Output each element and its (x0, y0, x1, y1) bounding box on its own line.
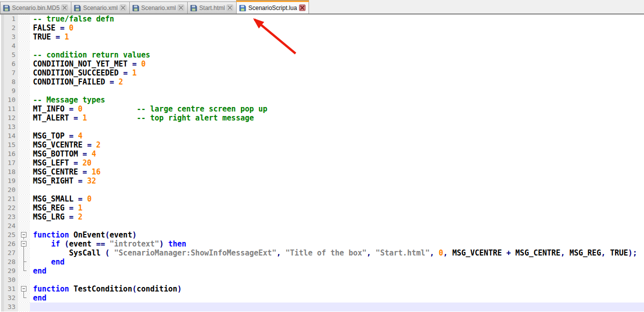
fold-margin[interactable] (18, 284, 30, 294)
code-text[interactable] (30, 86, 644, 96)
code-text[interactable]: MSG_LEFT = 20 (30, 158, 644, 168)
code-text[interactable] (30, 122, 644, 132)
code-line[interactable]: 14 MSG_TOP = 4 (0, 132, 644, 140)
tab-scenario-xml[interactable]: Scenario.xml (129, 2, 188, 14)
code-line[interactable]: 8 CONDITION_FAILED = 2 (0, 78, 644, 86)
code-line[interactable]: 20 (0, 186, 644, 194)
code-text[interactable]: CONDITION_NOT_YET_MET = 0 (30, 60, 644, 68)
code-text[interactable]: TRUE = 1 (30, 32, 644, 42)
code-line[interactable]: 4 (0, 42, 644, 50)
close-icon[interactable] (120, 4, 126, 11)
code-line[interactable]: 29 end (0, 266, 644, 276)
line-number: 25 (0, 230, 18, 240)
fold-margin[interactable] (18, 258, 30, 266)
code-text[interactable]: -- Message types (30, 96, 644, 104)
line-number: 9 (0, 86, 18, 96)
code-line[interactable]: 25 function OnEvent(event) (0, 230, 644, 240)
close-icon[interactable] (61, 4, 68, 11)
code-token-ident: MSG_VCENTRE (452, 248, 506, 258)
fold-margin (18, 86, 30, 96)
close-icon[interactable] (227, 4, 233, 11)
code-line[interactable]: 13 (0, 122, 644, 132)
code-token-ident: MSG_RIGHT (33, 176, 78, 186)
tab-label: Start.html (199, 4, 225, 12)
code-token-number: 0 (78, 104, 82, 114)
line-number: 20 (0, 186, 18, 194)
code-text[interactable]: CONDITION_FAILED = 2 (30, 78, 644, 86)
code-line[interactable]: 24 (0, 222, 644, 230)
code-line[interactable]: 17 MSG_LEFT = 20 (0, 158, 644, 168)
fold-margin[interactable] (18, 294, 30, 302)
code-text[interactable]: -- true/false defn (30, 14, 644, 24)
code-text[interactable] (30, 302, 644, 312)
code-text[interactable] (30, 42, 644, 50)
code-line[interactable]: 3 TRUE = 1 (0, 32, 644, 42)
code-text[interactable]: MSG_REG = 1 (30, 204, 644, 212)
code-line[interactable]: 32 end (0, 294, 644, 302)
code-text[interactable]: MT_INFO = 0 -- large centre screen pop u… (30, 104, 644, 114)
code-line[interactable]: 1 -- true/false defn (0, 14, 644, 24)
editor-surface[interactable]: 1 -- true/false defn 2 FALSE = 0 3 TRUE … (0, 14, 644, 312)
line-number: 31 (0, 284, 18, 294)
code-token-operator: , (443, 248, 452, 258)
close-icon[interactable] (178, 4, 184, 11)
code-text[interactable]: CONDITION_SUCCEEDED = 1 (30, 68, 644, 78)
code-text[interactable]: end (30, 258, 644, 266)
code-line[interactable]: 27 SysCall ( "ScenarioManager:ShowInfoMe… (0, 248, 644, 258)
code-text[interactable]: function OnEvent(event) (30, 230, 644, 240)
code-text[interactable]: MT_ALERT = 1 -- top right alert message (30, 114, 644, 122)
code-line[interactable]: 7 CONDITION_SUCCEEDED = 1 (0, 68, 644, 78)
code-text[interactable]: -- condition return values (30, 50, 644, 60)
code-line[interactable]: 33 (0, 302, 644, 312)
code-line[interactable]: 9 (0, 86, 644, 96)
code-line[interactable]: 30 (0, 276, 644, 284)
code-line[interactable]: 16 MSG_BOTTOM = 4 (0, 150, 644, 158)
code-text[interactable]: MSG_BOTTOM = 4 (30, 150, 644, 158)
code-text[interactable] (30, 186, 644, 194)
code-line[interactable]: 18 MSG_CENTRE = 16 (0, 168, 644, 176)
code-line[interactable]: 5 -- condition return values (0, 50, 644, 60)
code-text[interactable]: MSG_SMALL = 0 (30, 194, 644, 204)
line-number: 2 (0, 24, 18, 32)
code-text[interactable]: MSG_VCENTRE = 2 (30, 140, 644, 150)
code-line[interactable]: 15 MSG_VCENTRE = 2 (0, 140, 644, 150)
code-line[interactable]: 2 FALSE = 0 (0, 24, 644, 32)
code-line[interactable]: 12 MT_ALERT = 1 -- top right alert messa… (0, 114, 644, 122)
tab-scenarioscript-lua[interactable]: ScenarioScript.lua (236, 0, 309, 14)
code-text[interactable]: MSG_TOP = 4 (30, 132, 644, 140)
tab-scenario-xml[interactable]: Scenario.xml (71, 2, 129, 14)
code-text[interactable]: function TestCondition(condition) (30, 284, 644, 294)
fold-margin[interactable] (18, 266, 30, 276)
code-text[interactable]: if (event == "introtext") then (30, 240, 644, 248)
code-text[interactable]: SysCall ( "ScenarioManager:ShowInfoMessa… (30, 248, 644, 258)
code-text[interactable]: end (30, 266, 644, 276)
code-line[interactable]: 6 CONDITION_NOT_YET_MET = 0 (0, 60, 644, 68)
fold-margin[interactable] (18, 248, 30, 258)
code-line[interactable]: 19 MSG_RIGHT = 32 (0, 176, 644, 186)
code-line[interactable]: 22 MSG_REG = 1 (0, 204, 644, 212)
code-text[interactable]: FALSE = 0 (30, 24, 644, 32)
code-line[interactable]: 11 MT_INFO = 0 -- large centre screen po… (0, 104, 644, 114)
fold-margin[interactable] (18, 240, 30, 248)
code-line[interactable]: 10 -- Message types (0, 96, 644, 104)
code-text[interactable] (30, 276, 644, 284)
code-text[interactable]: MSG_RIGHT = 32 (30, 176, 644, 186)
fold-margin (18, 68, 30, 78)
code-text[interactable]: MSG_CENTRE = 16 (30, 168, 644, 176)
code-token-operator: = (78, 194, 87, 204)
code-line[interactable]: 26 if (event == "introtext") then (0, 240, 644, 248)
fold-margin[interactable] (18, 230, 30, 240)
close-icon[interactable] (299, 4, 306, 11)
tab-scenario-bin-md5[interactable]: Scenario.bin.MD5 (0, 2, 71, 14)
code-token-string: "Start.html" (375, 248, 429, 258)
code-line[interactable]: 28 end (0, 258, 644, 266)
code-text[interactable]: end (30, 294, 644, 302)
tab-start-html[interactable]: Start.html (187, 2, 237, 14)
code-line[interactable]: 23 MSG_LRG = 2 (0, 212, 644, 222)
code-text[interactable] (30, 222, 644, 230)
code-token-operator: ); (628, 248, 637, 258)
code-text[interactable]: MSG_LRG = 2 (30, 212, 644, 222)
code-line[interactable]: 21 MSG_SMALL = 0 (0, 194, 644, 204)
code-token-operator: = (110, 78, 119, 86)
code-line[interactable]: 31 function TestCondition(condition) (0, 284, 644, 294)
